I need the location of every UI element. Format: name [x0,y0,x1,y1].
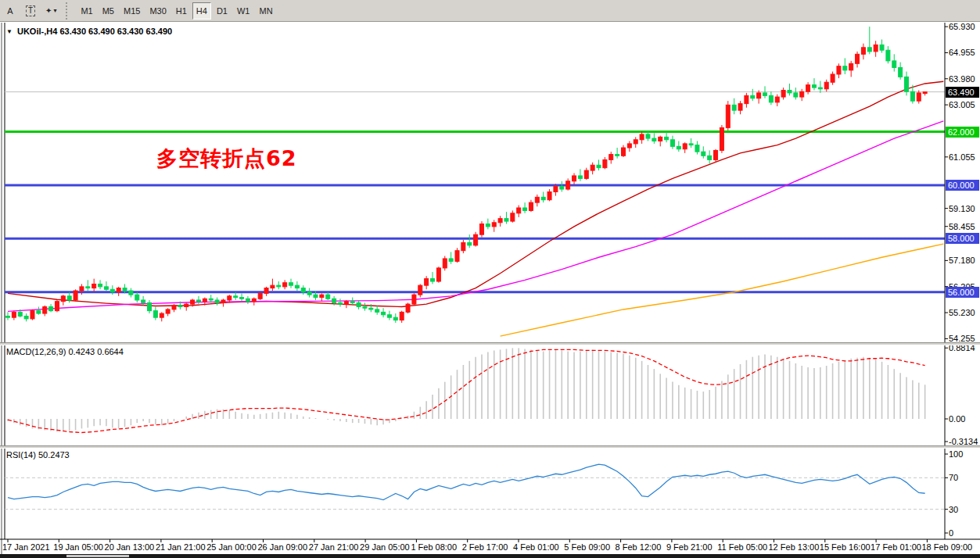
candle-body [923,92,927,94]
panel-separator[interactable] [0,342,980,345]
candle-body [369,308,373,309]
timeframe-button-M1[interactable]: M1 [77,2,96,20]
candle-body [757,93,761,98]
candle-body [474,234,478,245]
candle-body [258,293,262,299]
candle-body [627,144,631,148]
chevron-down-icon: ▾ [53,7,56,14]
chart-canvas[interactable] [0,0,980,558]
timeframe-button-M5[interactable]: M5 [99,2,118,20]
candle-body [153,311,157,318]
candle-body [412,295,416,304]
rsi-axis-tick-label: 0 [949,528,953,538]
candle-body [387,315,391,317]
candle-body [899,67,903,77]
rsi-label: RSI(14) 50.2473 [6,450,70,460]
candle-body [148,302,152,310]
ohlc-open: 63.430 [59,27,86,36]
time-axis-label: 1 Feb 08:00 [411,542,457,552]
macd-signal-line [8,349,925,432]
ohlc-high: 63.490 [88,27,115,36]
candle-body [86,287,90,288]
candle-body [751,95,755,98]
price-axis-tick-label: 63.005 [949,100,975,109]
candle-body [468,242,472,245]
timeframe-toolbar: M1M5M15M30H1H4D1W1MN [76,0,277,22]
candle-body [800,91,804,97]
timeframe-button-W1[interactable]: W1 [233,2,254,20]
candle-body [234,296,238,298]
price-axis-tick-label: 55.230 [949,308,975,317]
ma-orange-line [501,244,944,336]
price-axis-tick-label: 65.930 [949,22,975,31]
candle-body [283,283,287,287]
text-annotation[interactable]: 多空转折点62 [156,145,297,173]
time-axis-label: 8 Feb 12:00 [616,542,662,552]
cursor-tool-button[interactable]: A [1,2,20,20]
text-label-tool-button[interactable]: T [21,2,40,20]
arrow-objects-dropdown-button[interactable]: ✦ ▾ [41,2,60,20]
time-axis-label: 20 Jan 13:00 [105,542,155,552]
price-badge-62.000: 62.000 [946,127,979,138]
timeframe-button-H1[interactable]: H1 [172,2,191,20]
bottom-scrollbar[interactable] [0,554,980,558]
candle-body [541,197,545,199]
candle-body [436,268,440,281]
candle-body [640,134,644,140]
candle-body [652,138,656,141]
candle-body [856,54,860,63]
ma-red-line [8,81,943,306]
candle-body [634,140,637,144]
timeframe-button-H4[interactable]: H4 [192,2,211,20]
candle-body [215,300,219,302]
candle-body [80,287,84,291]
candle-body [295,285,299,288]
candle-body [326,295,330,299]
candle-body [732,105,736,110]
candle-body [763,93,767,95]
scrollbar-thumb[interactable] [66,555,129,557]
candle-body [160,313,163,317]
candle-body [37,311,41,313]
candle-body [461,242,465,250]
candle-body [320,295,324,297]
panel-separator[interactable] [0,445,980,449]
toolbar-grip-handle[interactable] [66,2,73,20]
candle-body [554,187,558,192]
candle-body [443,259,447,268]
collapse-triangle-icon[interactable]: ▼ [6,28,13,35]
timeframe-button-M30[interactable]: M30 [145,2,170,20]
candle-body [646,134,650,138]
candle-body [837,66,841,74]
candle-body [479,224,483,235]
candle-body [228,296,232,300]
candle-body [806,85,810,92]
candle-body [350,302,354,303]
candle-body [769,95,773,102]
candle-body [92,284,96,288]
candle-body [843,66,847,70]
time-axis-label: 5 Feb 09:00 [564,542,610,552]
candle-body [178,306,182,307]
timeframe-button-M15[interactable]: M15 [120,2,144,20]
candle-body [849,63,853,70]
candle-body [861,48,865,55]
candle-body [172,306,176,309]
candle-body [400,312,404,320]
candle-body [504,219,508,221]
candle-body [455,251,459,262]
candle-body [67,296,71,300]
timeframe-button-MN[interactable]: MN [255,2,276,20]
ma-magenta-line [8,121,943,312]
candle-body [677,146,680,148]
timeframe-button-D1[interactable]: D1 [213,2,232,20]
candle-body [55,302,59,311]
time-axis-label: 25 Jan 00:00 [206,542,257,552]
macd-main-value: 0.4243 [68,347,95,356]
candle-body [818,88,822,89]
candle-body [560,187,564,189]
candle-body [892,61,896,68]
price-axis-tick-label: 57.180 [949,256,975,265]
candle-body [344,302,348,304]
candle-body [6,316,10,317]
